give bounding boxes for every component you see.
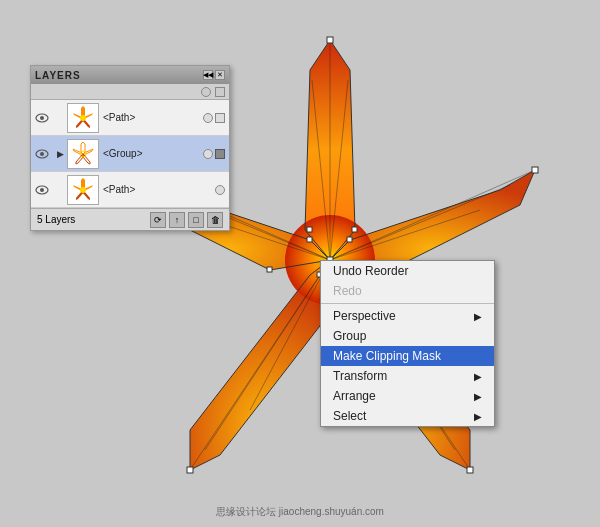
submenu-arrow-icon: ▶ xyxy=(474,391,482,402)
layer-color-icon xyxy=(203,149,213,159)
watermark: 思缘设计论坛 jiaocheng.shuyuán.com xyxy=(216,505,384,519)
submenu-arrow-icon: ▶ xyxy=(474,311,482,322)
submenu-arrow-icon: ▶ xyxy=(474,371,482,382)
delete-layer-btn[interactable]: 🗑 xyxy=(207,212,223,228)
svg-rect-26 xyxy=(327,37,333,43)
header-circle-icon xyxy=(201,87,211,97)
watermark-text: 思缘设计论坛 jiaocheng.shuyuán.com xyxy=(216,506,384,517)
close-btn[interactable]: ✕ xyxy=(215,70,225,80)
layer-expand-toggle[interactable]: ▶ xyxy=(53,136,67,172)
context-menu-item-label: Group xyxy=(333,329,366,343)
layer-visibility-toggle[interactable] xyxy=(31,136,53,172)
svg-point-57 xyxy=(40,188,44,192)
svg-line-17 xyxy=(250,260,330,410)
footer-buttons: ⟳ ↑ □ 🗑 xyxy=(150,212,223,228)
svg-line-16 xyxy=(205,260,330,450)
layer-visibility-toggle[interactable] xyxy=(31,172,53,208)
svg-rect-29 xyxy=(187,467,193,473)
context-menu-item-label: Make Clipping Mask xyxy=(333,349,441,363)
context-menu-item-label: Select xyxy=(333,409,366,423)
collapse-btn[interactable]: ◀◀ xyxy=(203,70,213,80)
svg-marker-50 xyxy=(81,142,85,154)
svg-rect-32 xyxy=(307,227,312,232)
layer-name: <Path> xyxy=(99,112,203,123)
svg-rect-33 xyxy=(352,227,357,232)
context-menu-item-transform[interactable]: Transform ▶ xyxy=(321,366,494,386)
layers-panel: LAYERS ◀◀ ✕ xyxy=(30,65,230,231)
svg-rect-38 xyxy=(267,267,272,272)
layers-title-controls: ◀◀ ✕ xyxy=(203,70,225,80)
svg-rect-28 xyxy=(467,467,473,473)
context-menu-item-group[interactable]: Group xyxy=(321,326,494,346)
layer-icons xyxy=(215,185,229,195)
layer-expand-toggle xyxy=(53,172,67,208)
svg-point-41 xyxy=(40,116,44,120)
svg-rect-27 xyxy=(532,167,538,173)
layers-footer: 5 Layers ⟳ ↑ □ 🗑 xyxy=(31,208,229,230)
canvas-background: LAYERS ◀◀ ✕ xyxy=(0,0,600,527)
context-menu-item-make-clipping-mask[interactable]: Make Clipping Mask xyxy=(321,346,494,366)
context-menu-item-label: Perspective xyxy=(333,309,396,323)
layer-color-icon xyxy=(203,113,213,123)
context-menu-item-perspective[interactable]: Perspective ▶ xyxy=(321,306,494,326)
layer-thumbnail xyxy=(67,103,99,133)
context-menu-item-label: Undo Reorder xyxy=(333,264,408,278)
layer-thumbnail xyxy=(67,175,99,205)
layers-header xyxy=(31,84,229,100)
move-to-btn[interactable]: ↑ xyxy=(169,212,185,228)
new-layer-btn[interactable]: ⟳ xyxy=(150,212,166,228)
svg-rect-34 xyxy=(347,237,352,242)
context-menu-item-label: Arrange xyxy=(333,389,376,403)
context-menu-item-redo: Redo xyxy=(321,281,494,301)
layers-count: 5 Layers xyxy=(37,214,75,225)
header-square-icon xyxy=(215,87,225,97)
layer-name: <Path> xyxy=(99,184,215,195)
layer-thumbnail xyxy=(67,139,99,169)
layer-target-icon xyxy=(215,113,225,123)
svg-point-63 xyxy=(80,187,86,193)
layer-row[interactable]: ▶ <Group> xyxy=(31,136,229,172)
submenu-arrow-icon: ▶ xyxy=(474,411,482,422)
layer-icons xyxy=(203,113,229,123)
svg-point-47 xyxy=(80,115,86,121)
layers-title: LAYERS xyxy=(35,70,81,81)
layer-name: <Group> xyxy=(99,148,203,159)
svg-point-49 xyxy=(40,152,44,156)
layers-titlebar: LAYERS ◀◀ ✕ xyxy=(31,66,229,84)
layer-visibility-toggle[interactable] xyxy=(31,100,53,136)
context-menu: Undo Reorder Redo Perspective ▶ Group Ma… xyxy=(320,260,495,427)
layer-target-icon xyxy=(215,149,225,159)
layer-expand-toggle xyxy=(53,100,67,136)
context-menu-item-label: Transform xyxy=(333,369,387,383)
context-separator xyxy=(321,303,494,304)
layer-icons xyxy=(203,149,229,159)
context-menu-item-select[interactable]: Select ▶ xyxy=(321,406,494,426)
context-menu-item-undo-reorder[interactable]: Undo Reorder xyxy=(321,261,494,281)
layer-color-icon xyxy=(215,185,225,195)
layer-row[interactable]: <Path> xyxy=(31,100,229,136)
layers-body: <Path> ▶ xyxy=(31,100,229,208)
create-layer-btn[interactable]: □ xyxy=(188,212,204,228)
context-menu-item-arrange[interactable]: Arrange ▶ xyxy=(321,386,494,406)
context-menu-item-label: Redo xyxy=(333,284,362,298)
layer-row[interactable]: <Path> xyxy=(31,172,229,208)
svg-rect-39 xyxy=(307,237,312,242)
